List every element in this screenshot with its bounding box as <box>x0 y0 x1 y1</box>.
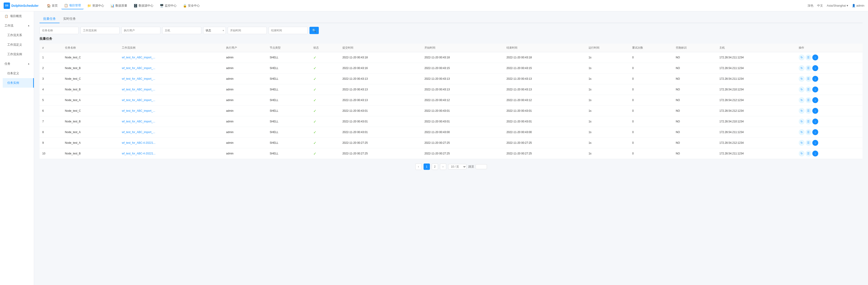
next-page-button[interactable]: › <box>440 163 446 170</box>
tab-batch[interactable]: 批量任务 <box>39 15 60 23</box>
cell-taskname: Node_test_C <box>62 73 119 84</box>
log-button[interactable]: ☰ <box>806 87 811 92</box>
nav-item-datasource[interactable]: 🗄️ 数据源中心 <box>131 2 156 9</box>
cell-endtime: 2022-11-20 00:43:01 <box>504 105 586 116</box>
start-time-input[interactable] <box>228 27 267 34</box>
refresh-button[interactable]: ↻ <box>799 97 805 103</box>
page-1-button[interactable]: 1 <box>424 163 430 170</box>
page-jump: 跳至 <box>468 164 487 169</box>
download-button[interactable]: ↓ <box>812 151 818 156</box>
col-header-status: 状态 <box>311 43 340 52</box>
refresh-button[interactable]: ↻ <box>799 119 805 124</box>
download-button[interactable]: ↓ <box>812 119 818 124</box>
workflow-link[interactable]: wf_test_for_ABC-4-20221... <box>122 152 155 155</box>
download-button[interactable]: ↓ <box>812 129 818 135</box>
page-size-select[interactable]: 10 / 页 20 / 页 50 / 页 100 / 页 <box>448 164 466 169</box>
sidebar-group-task-header[interactable]: 任务 ▾ <box>0 59 34 69</box>
log-button[interactable]: ☰ <box>806 55 811 60</box>
download-button[interactable]: ↓ <box>812 76 818 82</box>
workflow-link[interactable]: wf_test_for_ABC_import_... <box>122 99 155 102</box>
cell-id: 4 <box>39 84 62 95</box>
page-2-button[interactable]: 2 <box>432 163 438 170</box>
refresh-button[interactable]: ↻ <box>799 87 805 92</box>
prev-page-button[interactable]: ‹ <box>415 163 422 170</box>
table-row: 9 Node_test_A wf_test_for_ABC-4-20221...… <box>39 138 863 148</box>
cell-status: ✓ <box>311 138 340 148</box>
page-jump-input[interactable] <box>475 164 487 169</box>
sidebar-group-workflow-header[interactable]: 工作流 ▾ <box>0 21 34 30</box>
nav-item-monitor[interactable]: 🖥️ 监控中心 <box>157 2 179 9</box>
workflow-link[interactable]: wf_test_for_ABC_import_... <box>122 77 155 81</box>
sidebar-item-overview[interactable]: 📋 项目概览 <box>0 11 34 21</box>
log-button[interactable]: ☰ <box>806 119 811 124</box>
cell-executor: admin <box>223 116 267 127</box>
cell-actions: ↻ ☰ ↓ <box>796 116 863 127</box>
log-button[interactable]: ☰ <box>806 65 811 71</box>
workflow-link[interactable]: wf_test_for_ABC_import_... <box>122 88 155 91</box>
log-button[interactable]: ☰ <box>806 97 811 103</box>
lang-selector[interactable]: 中文 <box>817 4 823 8</box>
resource-icon: 📁 <box>87 4 91 7</box>
nav-item-project[interactable]: 📋 项目管理 <box>61 2 84 9</box>
download-button[interactable]: ↓ <box>812 87 818 92</box>
nav-label-monitor: 监控中心 <box>165 4 177 8</box>
workflow-link[interactable]: wf_test_for_ABC_import_... <box>122 109 155 113</box>
sidebar-item-task-instance[interactable]: 任务实例 <box>3 78 34 88</box>
cell-workflow: wf_test_for_ABC_import_... <box>119 73 223 84</box>
download-button[interactable]: ↓ <box>812 55 818 60</box>
end-time-input[interactable] <box>269 27 308 34</box>
log-button[interactable]: ☰ <box>806 151 811 156</box>
log-button[interactable]: ☰ <box>806 108 811 114</box>
nav-item-dataquality[interactable]: 📊 数据质量 <box>108 2 130 9</box>
download-button[interactable]: ↓ <box>812 140 818 146</box>
log-button[interactable]: ☰ <box>806 129 811 135</box>
nav-item-security[interactable]: 🔒 安全中心 <box>180 2 203 9</box>
cell-id: 2 <box>39 63 62 73</box>
cell-runtime: 1s <box>586 138 629 148</box>
status-select[interactable]: 状态 提交成功 运行中 成功 失败 暂停 停止 <box>203 27 226 34</box>
download-button[interactable]: ↓ <box>812 65 818 71</box>
cell-status: ✓ <box>311 105 340 116</box>
search-button[interactable]: 🔍 <box>309 27 319 34</box>
sidebar-item-workflow-relation[interactable]: 工作流关系 <box>3 30 34 40</box>
tabs: 批量任务 实时任务 <box>39 15 863 23</box>
cell-workflow: wf_test_for_ABC_import_... <box>119 116 223 127</box>
log-button[interactable]: ☰ <box>806 140 811 146</box>
refresh-button[interactable]: ↻ <box>799 76 805 82</box>
refresh-button[interactable]: ↻ <box>799 65 805 71</box>
refresh-button[interactable]: ↻ <box>799 140 805 146</box>
cell-nodetype: SHELL <box>267 105 311 116</box>
table-row: 3 Node_test_C wf_test_for_ABC_import_...… <box>39 73 863 84</box>
cell-host: 172.28.54.211:1234 <box>717 52 796 63</box>
timezone-selector[interactable]: Asia/Shanghai ▾ <box>827 4 848 7</box>
sidebar-item-workflow-definition[interactable]: 工作流定义 <box>3 40 34 50</box>
refresh-button[interactable]: ↻ <box>799 129 805 135</box>
host-input[interactable] <box>162 27 201 34</box>
executor-input[interactable] <box>121 27 160 34</box>
workflow-link[interactable]: wf_test_for_ABC_import_... <box>122 120 155 123</box>
user-menu[interactable]: 👤 admin <box>852 4 864 7</box>
log-button[interactable]: ☰ <box>806 76 811 82</box>
cell-runtime: 1s <box>586 52 629 63</box>
workflow-instance-input[interactable] <box>81 27 120 34</box>
cell-workflow: wf_test_for_ABC_import_... <box>119 95 223 105</box>
sidebar-item-task-definition[interactable]: 任务定义 <box>3 69 34 78</box>
refresh-button[interactable]: ↻ <box>799 55 805 60</box>
theme-selector[interactable]: 深色 <box>808 4 813 8</box>
refresh-button[interactable]: ↻ <box>799 108 805 114</box>
nav-item-home[interactable]: 🏠 首页 <box>44 2 60 9</box>
cell-actions: ↻ ☰ ↓ <box>796 63 863 73</box>
download-button[interactable]: ↓ <box>812 108 818 114</box>
sidebar-group-task: 任务 ▾ 任务定义 任务实例 <box>0 59 34 88</box>
workflow-link[interactable]: wf_test_for_ABC_import_... <box>122 67 155 70</box>
tab-realtime[interactable]: 实时任务 <box>60 15 80 23</box>
task-name-input[interactable] <box>39 27 79 34</box>
refresh-button[interactable]: ↻ <box>799 151 805 156</box>
download-button[interactable]: ↓ <box>812 97 818 103</box>
workflow-link[interactable]: wf_test_for_ABC_import_... <box>122 56 155 59</box>
sidebar-item-workflow-instance[interactable]: 工作流实例 <box>3 50 34 59</box>
workflow-link[interactable]: wf_test_for_ABC_import_... <box>122 131 155 134</box>
workflow-link[interactable]: wf_test_for_ABC-4-20221... <box>122 141 155 145</box>
nav-item-resource[interactable]: 📁 资源中心 <box>85 2 107 9</box>
status-icon: ✓ <box>313 152 316 156</box>
